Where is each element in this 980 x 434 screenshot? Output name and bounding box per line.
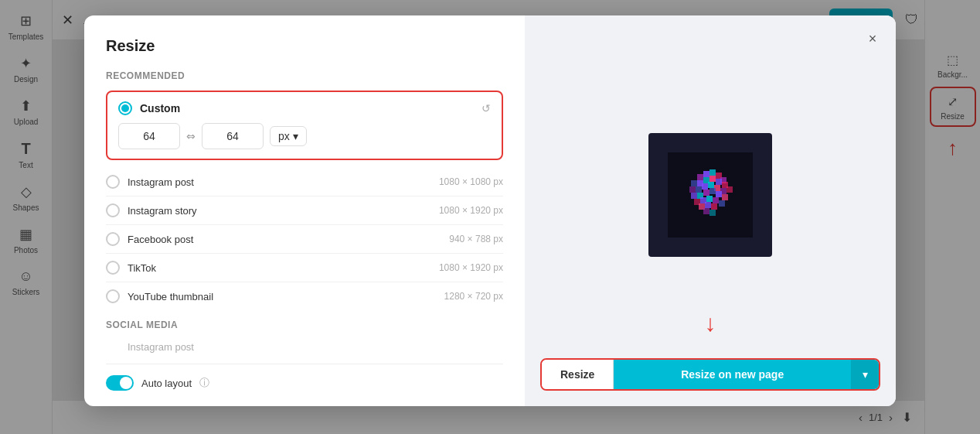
svg-rect-28: [713, 197, 719, 203]
svg-rect-19: [691, 193, 697, 199]
svg-rect-6: [691, 180, 697, 186]
preset-name: Instagram post: [128, 176, 431, 188]
preset-dims: 1080 × 1920 px: [439, 205, 503, 216]
modal-left-panel: Resize Recommended Custom ↺ ⇔ px ▾: [84, 15, 525, 406]
unit-select[interactable]: px ▾: [270, 126, 307, 146]
red-arrow-down: ↓: [705, 310, 716, 337]
preset-name: YouTube thumbnail: [128, 291, 437, 302]
preset-dims: 1280 × 720 px: [444, 291, 503, 302]
auto-layout-toggle[interactable]: [106, 375, 134, 391]
preset-dims: 940 × 788 px: [449, 234, 503, 244]
preview-canvas: [648, 133, 772, 257]
presets-list: Instagram post 1080 × 1080 px Instagram …: [106, 168, 503, 310]
social-sub-item[interactable]: Instagram post: [106, 337, 503, 357]
svg-rect-29: [719, 200, 725, 207]
svg-rect-3: [709, 169, 716, 176]
resize-new-page-label: Resize on new page: [681, 368, 784, 381]
svg-rect-2: [703, 171, 709, 177]
svg-rect-33: [703, 208, 709, 214]
svg-rect-1: [697, 174, 703, 180]
preset-instagram-story[interactable]: Instagram story 1080 × 1920 px: [106, 196, 503, 225]
svg-rect-10: [716, 179, 722, 185]
svg-rect-12: [689, 186, 696, 193]
resize-new-page-button[interactable]: Resize on new page: [614, 360, 851, 389]
resize-modal: Resize Recommended Custom ↺ ⇔ px ▾: [84, 15, 896, 406]
recommended-label: Recommended: [106, 70, 503, 81]
custom-label[interactable]: Custom: [140, 102, 474, 114]
custom-option-container: Custom ↺ ⇔ px ▾: [106, 91, 503, 160]
svg-rect-27: [706, 196, 713, 202]
custom-radio[interactable]: [118, 101, 132, 115]
svg-rect-32: [711, 203, 717, 210]
preset-radio[interactable]: [106, 232, 120, 246]
svg-rect-15: [708, 182, 714, 188]
link-dimensions-icon[interactable]: ⇔: [186, 130, 196, 142]
preview-image: [668, 152, 753, 238]
resize-dropdown-button[interactable]: ▾: [851, 360, 879, 389]
svg-rect-21: [703, 190, 709, 196]
width-input[interactable]: [118, 123, 180, 149]
preset-instagram-post[interactable]: Instagram post 1080 × 1080 px: [106, 168, 503, 196]
chevron-down-icon: ▾: [863, 368, 868, 381]
unit-dropdown-icon: ▾: [293, 130, 298, 142]
svg-rect-31: [705, 202, 711, 208]
modal-close-button[interactable]: ×: [862, 28, 883, 50]
svg-rect-34: [709, 210, 716, 216]
preview-area: [540, 31, 880, 358]
social-media-label: Social media: [106, 320, 503, 330]
svg-rect-22: [709, 188, 716, 194]
auto-layout-row: Auto layout ⓘ: [106, 364, 503, 391]
svg-rect-13: [696, 186, 702, 193]
height-input[interactable]: [202, 123, 264, 149]
unit-value: px: [278, 130, 290, 142]
modal-action-buttons: Resize Resize on new page ▾: [540, 358, 880, 391]
custom-option-row: Custom ↺: [118, 101, 491, 115]
preset-radio[interactable]: [106, 261, 120, 275]
resize-button[interactable]: Resize: [542, 360, 614, 389]
svg-rect-23: [716, 191, 722, 197]
svg-rect-0: [668, 152, 753, 238]
info-icon[interactable]: ⓘ: [199, 376, 209, 390]
dimension-row: ⇔ px ▾: [118, 123, 491, 149]
preset-dims: 1080 × 1080 px: [439, 176, 503, 187]
preset-youtube-thumbnail[interactable]: YouTube thumbnail 1280 × 720 px: [106, 282, 503, 310]
preset-radio[interactable]: [106, 175, 120, 189]
svg-rect-18: [726, 186, 733, 193]
preset-name: Instagram story: [128, 205, 431, 217]
svg-rect-24: [722, 194, 728, 200]
preset-tiktok[interactable]: TikTok 1080 × 1920 px: [106, 254, 503, 282]
preset-dims: 1080 × 1920 px: [439, 262, 503, 273]
svg-rect-9: [709, 176, 716, 182]
refresh-icon[interactable]: ↺: [481, 102, 491, 114]
preset-name: Facebook post: [128, 234, 441, 245]
modal-right-panel: ↓ Resize Resize on new page ▾: [525, 15, 896, 406]
auto-layout-label: Auto layout: [141, 378, 192, 389]
preset-name: TikTok: [128, 262, 431, 274]
modal-title: Resize: [106, 37, 503, 55]
svg-rect-14: [702, 183, 708, 190]
preset-radio[interactable]: [106, 203, 120, 217]
preset-facebook-post[interactable]: Facebook post 940 × 788 px: [106, 225, 503, 254]
preset-radio[interactable]: [106, 289, 120, 303]
